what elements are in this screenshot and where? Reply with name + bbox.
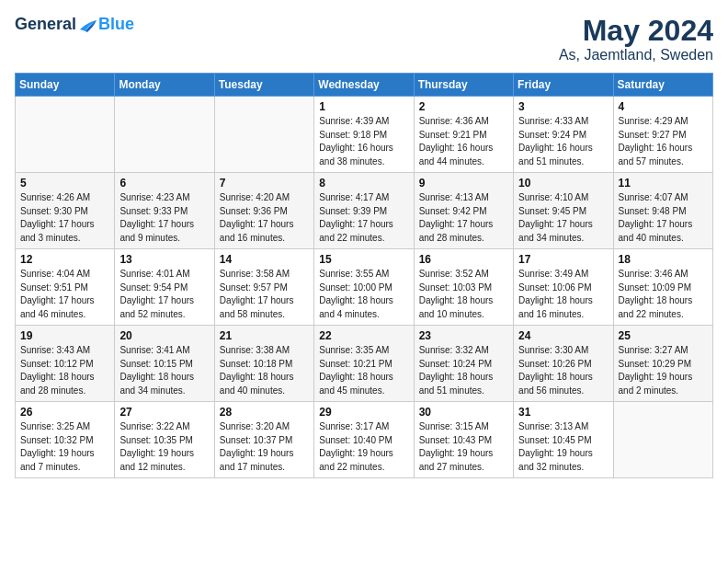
day-number: 23 <box>419 329 508 342</box>
day-info: Sunrise: 3:52 AM Sunset: 10:03 PM Daylig… <box>419 268 508 321</box>
day-number: 1 <box>319 100 408 113</box>
day-number: 3 <box>518 100 608 113</box>
week-row-4: 19Sunrise: 3:43 AM Sunset: 10:12 PM Dayl… <box>16 326 713 402</box>
day-info: Sunrise: 3:15 AM Sunset: 10:43 PM Daylig… <box>419 420 508 474</box>
day-cell: 21Sunrise: 3:38 AM Sunset: 10:18 PM Dayl… <box>214 326 313 402</box>
day-cell <box>16 97 115 173</box>
day-cell: 19Sunrise: 3:43 AM Sunset: 10:12 PM Dayl… <box>16 326 115 402</box>
day-cell: 2Sunrise: 4:36 AM Sunset: 9:21 PM Daylig… <box>414 97 513 173</box>
day-number: 2 <box>419 100 508 113</box>
day-cell: 22Sunrise: 3:35 AM Sunset: 10:21 PM Dayl… <box>314 326 414 402</box>
day-info: Sunrise: 4:36 AM Sunset: 9:21 PM Dayligh… <box>419 115 508 168</box>
calendar-subtitle: As, Jaemtland, Sweden <box>559 47 713 63</box>
calendar-table: Sunday Monday Tuesday Wednesday Thursday… <box>15 73 713 478</box>
day-info: Sunrise: 4:01 AM Sunset: 9:54 PM Dayligh… <box>119 268 209 321</box>
day-cell: 31Sunrise: 3:13 AM Sunset: 10:45 PM Dayl… <box>514 402 613 478</box>
day-cell <box>613 402 712 478</box>
day-info: Sunrise: 3:38 AM Sunset: 10:18 PM Daylig… <box>220 344 309 397</box>
col-friday: Friday <box>514 74 613 97</box>
day-cell: 23Sunrise: 3:32 AM Sunset: 10:24 PM Dayl… <box>414 326 513 402</box>
day-info: Sunrise: 3:20 AM Sunset: 10:37 PM Daylig… <box>220 420 309 474</box>
day-number: 28 <box>220 406 309 419</box>
week-row-2: 5Sunrise: 4:26 AM Sunset: 9:30 PM Daylig… <box>16 173 713 249</box>
day-info: Sunrise: 3:35 AM Sunset: 10:21 PM Daylig… <box>319 344 408 397</box>
day-number: 24 <box>518 329 608 342</box>
day-number: 31 <box>518 406 608 419</box>
day-info: Sunrise: 3:46 AM Sunset: 10:09 PM Daylig… <box>619 268 708 321</box>
day-cell: 30Sunrise: 3:15 AM Sunset: 10:43 PM Dayl… <box>414 402 513 478</box>
day-cell: 14Sunrise: 3:58 AM Sunset: 9:57 PM Dayli… <box>214 249 313 326</box>
day-number: 22 <box>319 329 408 342</box>
day-info: Sunrise: 4:17 AM Sunset: 9:39 PM Dayligh… <box>319 191 408 245</box>
day-number: 8 <box>319 177 408 190</box>
day-info: Sunrise: 4:33 AM Sunset: 9:24 PM Dayligh… <box>518 115 608 168</box>
day-cell: 3Sunrise: 4:33 AM Sunset: 9:24 PM Daylig… <box>514 97 613 173</box>
day-cell: 29Sunrise: 3:17 AM Sunset: 10:40 PM Dayl… <box>314 402 414 478</box>
day-cell: 4Sunrise: 4:29 AM Sunset: 9:27 PM Daylig… <box>613 97 712 173</box>
day-number: 30 <box>419 406 508 419</box>
day-number: 4 <box>619 100 708 113</box>
day-cell: 17Sunrise: 3:49 AM Sunset: 10:06 PM Dayl… <box>514 249 613 326</box>
day-info: Sunrise: 3:17 AM Sunset: 10:40 PM Daylig… <box>319 420 408 474</box>
week-row-5: 26Sunrise: 3:25 AM Sunset: 10:32 PM Dayl… <box>16 402 713 478</box>
day-cell: 13Sunrise: 4:01 AM Sunset: 9:54 PM Dayli… <box>115 249 214 326</box>
day-cell: 5Sunrise: 4:26 AM Sunset: 9:30 PM Daylig… <box>16 173 115 249</box>
day-cell: 8Sunrise: 4:17 AM Sunset: 9:39 PM Daylig… <box>314 173 414 249</box>
day-number: 12 <box>20 253 109 266</box>
day-info: Sunrise: 3:43 AM Sunset: 10:12 PM Daylig… <box>20 344 109 397</box>
day-info: Sunrise: 4:39 AM Sunset: 9:18 PM Dayligh… <box>319 115 408 168</box>
col-sunday: Sunday <box>16 74 115 97</box>
logo-text: General Blue <box>15 15 134 34</box>
day-info: Sunrise: 3:30 AM Sunset: 10:26 PM Daylig… <box>518 344 608 397</box>
page: General Blue May 2024 As, Jaemtland, Swe… <box>0 0 728 489</box>
day-number: 15 <box>319 253 408 266</box>
day-cell: 10Sunrise: 4:10 AM Sunset: 9:45 PM Dayli… <box>514 173 613 249</box>
col-monday: Monday <box>115 74 214 97</box>
day-cell: 24Sunrise: 3:30 AM Sunset: 10:26 PM Dayl… <box>514 326 613 402</box>
col-saturday: Saturday <box>613 74 712 97</box>
day-number: 5 <box>20 177 109 190</box>
day-info: Sunrise: 4:07 AM Sunset: 9:48 PM Dayligh… <box>619 191 708 245</box>
day-number: 13 <box>119 253 209 266</box>
calendar-header: Sunday Monday Tuesday Wednesday Thursday… <box>16 74 713 97</box>
day-info: Sunrise: 3:49 AM Sunset: 10:06 PM Daylig… <box>518 268 608 321</box>
day-number: 6 <box>119 177 209 190</box>
day-number: 16 <box>419 253 508 266</box>
days-of-week-row: Sunday Monday Tuesday Wednesday Thursday… <box>16 74 713 97</box>
day-number: 27 <box>119 406 209 419</box>
day-number: 10 <box>518 177 608 190</box>
day-cell <box>214 97 313 173</box>
logo-general-text: General <box>15 15 76 34</box>
logo-bird-icon <box>78 17 98 33</box>
day-number: 9 <box>419 177 508 190</box>
calendar-body: 1Sunrise: 4:39 AM Sunset: 9:18 PM Daylig… <box>16 97 713 478</box>
day-info: Sunrise: 4:20 AM Sunset: 9:36 PM Dayligh… <box>220 191 309 245</box>
day-number: 14 <box>220 253 309 266</box>
day-number: 19 <box>20 329 109 342</box>
day-cell: 27Sunrise: 3:22 AM Sunset: 10:35 PM Dayl… <box>115 402 214 478</box>
col-thursday: Thursday <box>414 74 513 97</box>
logo-blue-text: Blue <box>98 15 134 34</box>
day-info: Sunrise: 3:58 AM Sunset: 9:57 PM Dayligh… <box>220 268 309 321</box>
day-cell: 11Sunrise: 4:07 AM Sunset: 9:48 PM Dayli… <box>613 173 712 249</box>
day-cell: 26Sunrise: 3:25 AM Sunset: 10:32 PM Dayl… <box>16 402 115 478</box>
day-cell: 20Sunrise: 3:41 AM Sunset: 10:15 PM Dayl… <box>115 326 214 402</box>
day-cell: 16Sunrise: 3:52 AM Sunset: 10:03 PM Dayl… <box>414 249 513 326</box>
day-info: Sunrise: 4:29 AM Sunset: 9:27 PM Dayligh… <box>619 115 708 168</box>
day-number: 18 <box>619 253 708 266</box>
day-number: 29 <box>319 406 408 419</box>
day-cell: 9Sunrise: 4:13 AM Sunset: 9:42 PM Daylig… <box>414 173 513 249</box>
day-cell: 7Sunrise: 4:20 AM Sunset: 9:36 PM Daylig… <box>214 173 313 249</box>
day-info: Sunrise: 3:22 AM Sunset: 10:35 PM Daylig… <box>119 420 209 474</box>
day-cell: 15Sunrise: 3:55 AM Sunset: 10:00 PM Dayl… <box>314 249 414 326</box>
day-info: Sunrise: 4:10 AM Sunset: 9:45 PM Dayligh… <box>518 191 608 245</box>
day-info: Sunrise: 3:13 AM Sunset: 10:45 PM Daylig… <box>518 420 608 474</box>
day-cell <box>115 97 214 173</box>
day-cell: 6Sunrise: 4:23 AM Sunset: 9:33 PM Daylig… <box>115 173 214 249</box>
title-block: May 2024 As, Jaemtland, Sweden <box>559 15 713 63</box>
calendar-title: May 2024 <box>559 15 713 47</box>
day-cell: 18Sunrise: 3:46 AM Sunset: 10:09 PM Dayl… <box>613 249 712 326</box>
col-wednesday: Wednesday <box>314 74 414 97</box>
day-info: Sunrise: 3:32 AM Sunset: 10:24 PM Daylig… <box>419 344 508 397</box>
col-tuesday: Tuesday <box>214 74 313 97</box>
